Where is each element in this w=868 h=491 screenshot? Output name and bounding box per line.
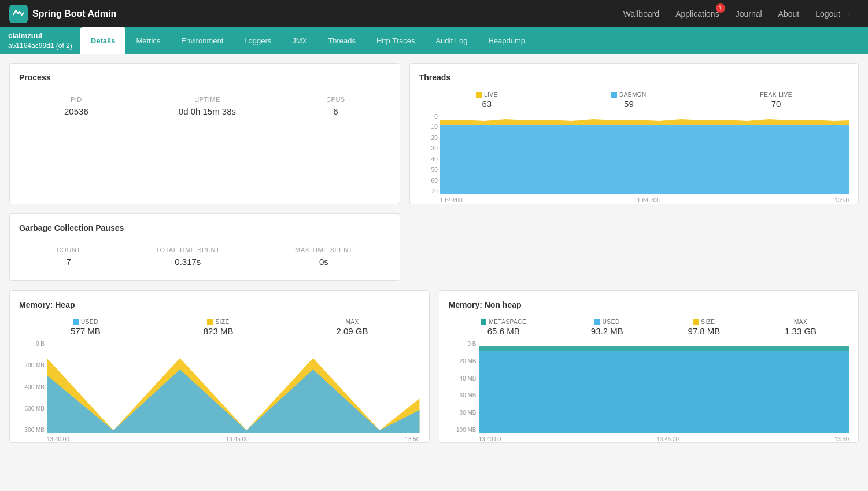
row-1: Process PID 20536 UPTIME 0d 0h 15m 38s C…: [9, 63, 859, 204]
live-value: 63: [482, 99, 492, 109]
nonheap-size-label: SIZE: [701, 319, 715, 325]
heap-title: Memory: Heap: [19, 300, 420, 309]
nonheap-meta-label: METASPACE: [489, 319, 526, 325]
logo-icon: [9, 5, 28, 23]
tab-details[interactable]: Details: [80, 27, 126, 54]
heap-max-value: 2.09 GB: [336, 326, 368, 336]
gc-count-label: COUNT: [57, 246, 81, 253]
heap-svg: [47, 341, 420, 433]
nonheap-y-axis: 100 MB 80 MB 60 MB 40 MB 20 MB 0 B: [449, 341, 479, 433]
heap-legend: USED 577 MB SIZE 823 MB MAX 2.09 GB: [19, 319, 420, 336]
tab-environment[interactable]: Environment: [171, 27, 234, 54]
app-id: a51164ac99d1 (of 2): [8, 41, 72, 51]
tab-heapdump[interactable]: Heapdump: [478, 27, 535, 54]
heap-x-2: 13:45:00: [226, 436, 249, 442]
threads-svg: [440, 113, 849, 194]
tab-http-traces[interactable]: Http Traces: [366, 27, 425, 54]
tab-jmx[interactable]: JMX: [282, 27, 317, 54]
pid-label: PID: [64, 96, 88, 103]
x-label-2: 13:45:00: [637, 197, 660, 204]
threads-peak-legend: PEAK LIVE 70: [760, 91, 792, 109]
threads-card: Threads LIVE 63 DAEMON 59: [409, 63, 859, 204]
uptime-value: 0d 0h 15m 38s: [179, 106, 236, 116]
tab-loggers[interactable]: Loggers: [234, 27, 282, 54]
heap-size-value: 823 MB: [204, 326, 234, 336]
nonheap-legend: METASPACE 65.6 MB USED 93.2 MB SIZE: [449, 319, 849, 336]
sub-nav: claimzuul a51164ac99d1 (of 2) Details Me…: [0, 27, 868, 54]
nav-logout[interactable]: Logout →: [807, 9, 859, 19]
applications-badge: 1: [716, 3, 725, 13]
peak-label: PEAK LIVE: [760, 91, 792, 98]
nonheap-size-legend: SIZE 97.8 MB: [688, 319, 720, 336]
gc-count-value: 7: [57, 257, 81, 267]
app-logo: Spring Boot Admin: [9, 5, 116, 23]
nonheap-meta-legend: METASPACE 65.6 MB: [481, 319, 526, 336]
svg-marker-1: [440, 119, 849, 125]
nonheap-meta-dot: [481, 319, 486, 325]
heap-chart-area: 300 MB 500 MB 400 MB 200 MB 0 B 13:40:00: [19, 341, 420, 433]
daemon-dot: [611, 92, 617, 98]
threads-legend: LIVE 63 DAEMON 59 PEAK LIVE 70: [419, 91, 849, 109]
heap-used-label: USED: [81, 319, 98, 325]
cpus-label: CPUS: [326, 96, 345, 103]
process-stats: PID 20536 UPTIME 0d 0h 15m 38s CPUS 6: [19, 91, 390, 121]
app-info: claimzuul a51164ac99d1 (of 2): [0, 27, 80, 54]
gc-max-label: MAX TIME SPENT: [295, 246, 353, 253]
nonheap-max-label: MAX: [794, 319, 807, 325]
x-label-1: 13:40:00: [440, 197, 463, 204]
memory-nonheap-card: Memory: Non heap METASPACE 65.6 MB USED …: [439, 290, 859, 443]
process-title: Process: [19, 73, 390, 82]
threads-y-axis: 70 60 50 40 30 20 10 0: [419, 113, 440, 194]
pid-stat: PID 20536: [64, 96, 88, 116]
heap-x-axis: 13:40:00 13:45:00 13:50: [47, 436, 420, 442]
top-nav: Spring Boot Admin Wallboard Applications…: [0, 0, 868, 27]
logout-icon: →: [843, 9, 851, 19]
gc-title: Garbage Collection Pauses: [19, 223, 390, 232]
x-label-3: 13:50: [834, 197, 849, 204]
tab-threads[interactable]: Threads: [317, 27, 366, 54]
threads-x-axis: 13:40:00 13:45:00 13:50: [440, 197, 849, 204]
heap-size-dot: [207, 319, 213, 325]
nonheap-used-dot: [594, 319, 600, 325]
process-card: Process PID 20536 UPTIME 0d 0h 15m 38s C…: [9, 63, 400, 204]
tab-metrics[interactable]: Metrics: [125, 27, 171, 54]
heap-size-legend: SIZE 823 MB: [204, 319, 234, 336]
heap-used-legend: USED 577 MB: [71, 319, 101, 336]
svg-marker-0: [440, 125, 849, 194]
tab-bar: Details Metrics Environment Loggers JMX …: [80, 27, 535, 54]
cpus-stat: CPUS 6: [326, 96, 345, 116]
heap-used-value: 577 MB: [71, 326, 101, 336]
app-title: Spring Boot Admin: [32, 9, 116, 19]
heap-max-legend: MAX 2.09 GB: [336, 319, 368, 336]
gc-count-stat: COUNT 7: [57, 246, 81, 267]
daemon-value: 59: [624, 99, 634, 109]
nonheap-used-legend: USED 93.2 MB: [591, 319, 623, 336]
gc-placeholder: [409, 213, 859, 281]
nonheap-x-axis: 13:40:00 13:45:00 13:50: [479, 436, 849, 442]
nonheap-size-value: 97.8 MB: [688, 326, 720, 336]
peak-value: 70: [771, 99, 781, 109]
threads-chart-area: 70 60 50 40 30 20 10 0: [419, 113, 849, 194]
nonheap-chart-area: 100 MB 80 MB 60 MB 40 MB 20 MB 0 B: [449, 341, 849, 433]
gc-total-stat: TOTAL TIME SPENT 0.317s: [156, 246, 220, 267]
nav-applications[interactable]: Applications 1: [667, 0, 727, 27]
nav-about[interactable]: About: [770, 0, 808, 27]
svg-marker-3: [47, 370, 420, 433]
row-memory: Memory: Heap USED 577 MB SIZE 823 MB: [9, 290, 859, 443]
svg-marker-5: [479, 351, 849, 433]
nav-journal[interactable]: Journal: [727, 0, 770, 27]
heap-chart-plot: 13:40:00 13:45:00 13:50: [47, 341, 420, 433]
heap-x-3: 13:50: [405, 436, 419, 442]
nonheap-chart-plot: 13:40:00 13:45:00 13:50: [479, 341, 849, 433]
nonheap-used-label: USED: [603, 319, 620, 325]
gc-max-stat: MAX TIME SPENT 0s: [295, 246, 353, 267]
tab-audit-log[interactable]: Audit Log: [425, 27, 478, 54]
row-gc: Garbage Collection Pauses COUNT 7 TOTAL …: [9, 213, 859, 281]
nonheap-size-dot: [693, 319, 699, 325]
nonheap-x-1: 13:40:00: [479, 436, 501, 442]
main-content: Process PID 20536 UPTIME 0d 0h 15m 38s C…: [0, 54, 868, 462]
heap-size-label: SIZE: [215, 319, 229, 325]
nav-wallboard[interactable]: Wallboard: [615, 0, 668, 27]
nonheap-title: Memory: Non heap: [449, 300, 849, 309]
nonheap-meta-value: 65.6 MB: [487, 326, 520, 336]
